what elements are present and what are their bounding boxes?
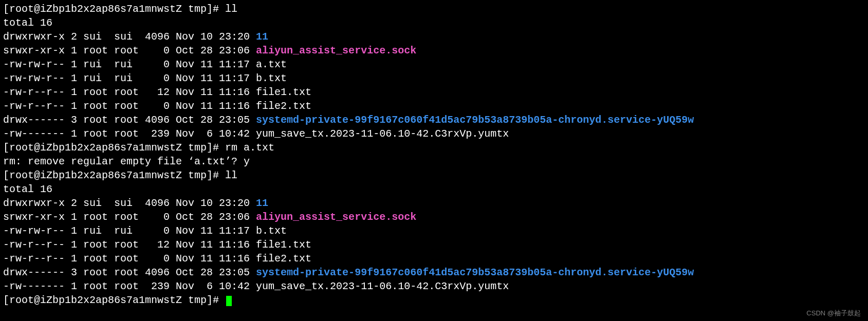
file-name: aliyun_assist_service.sock — [256, 211, 416, 223]
listing-row: -rw-r--r-- 1 root root 0 Nov 11 11:16 fi… — [3, 252, 868, 266]
command-line: [root@iZbp1b2x2ap86s7a1mnwstZ tmp]# ll — [3, 2, 868, 16]
listing-row: -rw-r--r-- 1 root root 12 Nov 11 11:16 f… — [3, 85, 868, 99]
command-line: [root@iZbp1b2x2ap86s7a1mnwstZ tmp]# rm a… — [3, 141, 868, 155]
listing-row: -rw------- 1 root root 239 Nov 6 10:42 y… — [3, 127, 868, 141]
file-name: yum_save_tx.2023-11-06.10-42.C3rxVp.yumt… — [256, 128, 509, 140]
shell-prompt: [root@iZbp1b2x2ap86s7a1mnwstZ tmp]# — [3, 3, 225, 15]
terminal-output[interactable]: [root@iZbp1b2x2ap86s7a1mnwstZ tmp]# llto… — [3, 2, 868, 307]
file-name: a.txt — [256, 59, 287, 70]
listing-row: drwx------ 3 root root 4096 Oct 28 23:05… — [3, 266, 868, 279]
listing-row: -rw------- 1 root root 239 Nov 6 10:42 y… — [3, 279, 868, 293]
file-name: file2.txt — [256, 253, 311, 265]
listing-row: srwxr-xr-x 1 root root 0 Oct 28 23:06 al… — [3, 210, 868, 224]
listing-row: -rw-rw-r-- 1 rui rui 0 Nov 11 11:17 a.tx… — [3, 58, 868, 71]
confirm-line: rm: remove regular empty file ‘a.txt’? y — [3, 155, 868, 168]
listing-total: total 16 — [3, 182, 868, 196]
shell-prompt: [root@iZbp1b2x2ap86s7a1mnwstZ tmp]# — [3, 142, 225, 154]
shell-command: ll — [225, 3, 237, 15]
shell-command: ll — [225, 169, 237, 181]
watermark-text: CSDN @袖子鼓起 — [806, 309, 861, 318]
listing-row: -rw-rw-r-- 1 rui rui 0 Nov 11 11:17 b.tx… — [3, 71, 868, 85]
file-name: aliyun_assist_service.sock — [256, 45, 416, 56]
listing-row: srwxr-xr-x 1 root root 0 Oct 28 23:06 al… — [3, 44, 868, 58]
file-name: systemd-private-99f9167c060f41d5ac79b53a… — [256, 114, 694, 126]
command-line: [root@iZbp1b2x2ap86s7a1mnwstZ tmp]# — [3, 293, 868, 307]
shell-command: rm a.txt — [225, 142, 274, 154]
shell-prompt: [root@iZbp1b2x2ap86s7a1mnwstZ tmp]# — [3, 169, 225, 181]
file-name: yum_save_tx.2023-11-06.10-42.C3rxVp.yumt… — [256, 280, 509, 292]
listing-total: total 16 — [3, 16, 868, 30]
listing-row: drwxrwxr-x 2 sui sui 4096 Nov 10 23:20 1… — [3, 196, 868, 210]
listing-row: -rw-r--r-- 1 root root 0 Nov 11 11:16 fi… — [3, 99, 868, 113]
cursor-icon — [226, 296, 232, 306]
file-name: 11 — [256, 31, 268, 43]
listing-row: drwxrwxr-x 2 sui sui 4096 Nov 10 23:20 1… — [3, 30, 868, 44]
command-line: [root@iZbp1b2x2ap86s7a1mnwstZ tmp]# ll — [3, 168, 868, 182]
file-name: file2.txt — [256, 100, 311, 112]
file-name: 11 — [256, 197, 268, 209]
listing-row: -rw-rw-r-- 1 rui rui 0 Nov 11 11:17 b.tx… — [3, 224, 868, 238]
listing-row: drwx------ 3 root root 4096 Oct 28 23:05… — [3, 113, 868, 127]
file-name: b.txt — [256, 225, 287, 237]
listing-row: -rw-r--r-- 1 root root 12 Nov 11 11:16 f… — [3, 238, 868, 252]
file-name: systemd-private-99f9167c060f41d5ac79b53a… — [256, 267, 694, 278]
file-name: b.txt — [256, 72, 287, 84]
shell-prompt: [root@iZbp1b2x2ap86s7a1mnwstZ tmp]# — [3, 294, 225, 306]
file-name: file1.txt — [256, 86, 311, 98]
file-name: file1.txt — [256, 239, 311, 251]
